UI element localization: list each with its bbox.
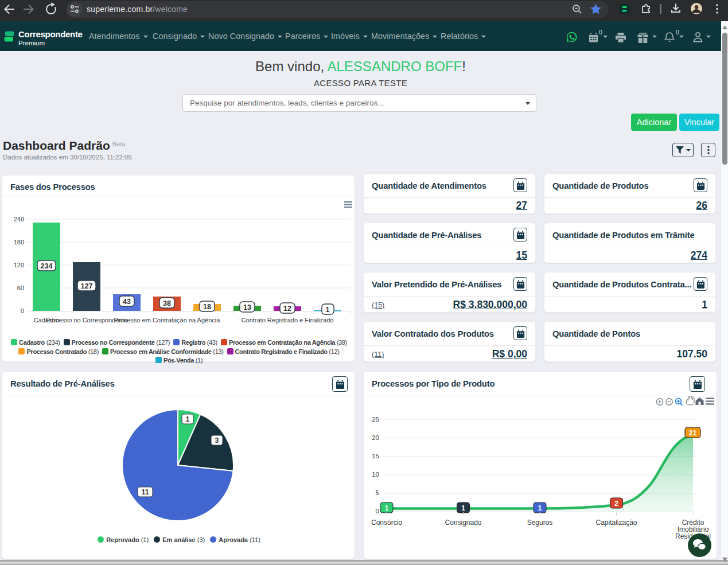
svg-text:127: 127 xyxy=(81,282,93,290)
svg-text:18: 18 xyxy=(203,303,211,311)
svg-text:21: 21 xyxy=(689,429,697,437)
svg-text:38: 38 xyxy=(163,299,171,307)
svg-text:5: 5 xyxy=(376,489,379,496)
svg-text:240: 240 xyxy=(14,216,24,223)
svg-text:1: 1 xyxy=(385,504,389,512)
svg-text:60: 60 xyxy=(17,285,24,291)
svg-text:120: 120 xyxy=(14,262,24,268)
svg-text:1: 1 xyxy=(186,415,190,423)
svg-text:1: 1 xyxy=(326,306,330,314)
svg-text:Consórcio: Consórcio xyxy=(371,519,402,527)
svg-text:20: 20 xyxy=(372,434,379,441)
svg-text:Processo em Contratação na Agê: Processo em Contratação na Agência xyxy=(114,317,221,324)
svg-text:Seguros: Seguros xyxy=(527,519,553,527)
svg-text:12: 12 xyxy=(283,305,291,313)
svg-text:Contrato Registrado e Finaliza: Contrato Registrado e Finalizado xyxy=(242,317,334,324)
svg-text:10: 10 xyxy=(372,471,379,478)
svg-text:15: 15 xyxy=(372,453,379,459)
svg-text:Consignado: Consignado xyxy=(445,519,481,527)
svg-text:11: 11 xyxy=(141,488,149,496)
svg-text:0: 0 xyxy=(376,508,379,515)
svg-text:43: 43 xyxy=(123,298,131,306)
svg-text:3: 3 xyxy=(215,437,219,445)
svg-text:25: 25 xyxy=(372,416,379,423)
svg-text:2: 2 xyxy=(614,500,618,508)
svg-text:234: 234 xyxy=(41,262,53,270)
svg-text:1: 1 xyxy=(461,504,465,512)
svg-text:180: 180 xyxy=(14,239,24,246)
svg-text:13: 13 xyxy=(243,303,251,311)
svg-text:0: 0 xyxy=(21,307,24,314)
svg-text:1: 1 xyxy=(538,504,542,512)
svg-text:Capitalização: Capitalização xyxy=(595,519,637,527)
